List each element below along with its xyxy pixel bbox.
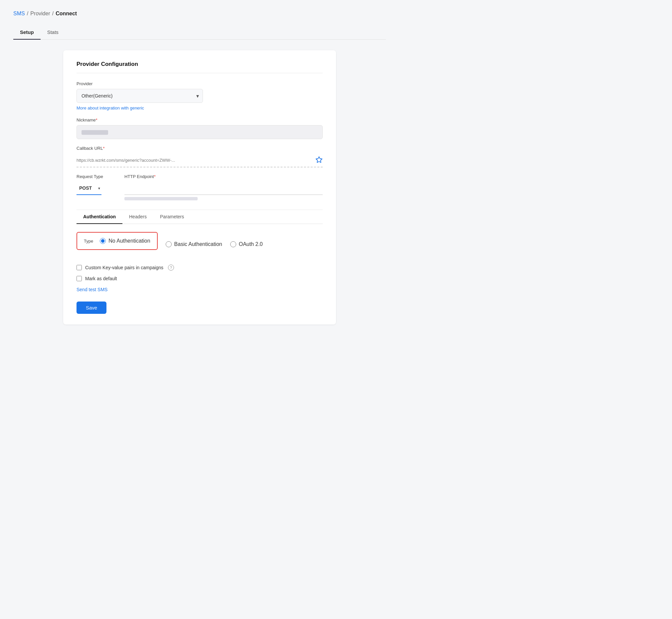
radio-oauth2-input[interactable] <box>230 241 236 247</box>
custom-kv-checkbox[interactable] <box>77 265 82 270</box>
callback-url-group: Callback URL* <box>77 146 323 167</box>
callback-url-input[interactable] <box>77 153 323 167</box>
provider-label: Provider <box>77 81 323 86</box>
breadcrumb-sep1: / <box>27 11 28 17</box>
copy-icon[interactable] <box>315 156 323 165</box>
tab-stats[interactable]: Stats <box>41 26 65 40</box>
provider-config-card: Provider Configuration Provider Other(Ge… <box>63 50 336 325</box>
save-button-wrapper: Save <box>77 301 323 314</box>
sub-tabs: Authentication Headers Parameters <box>77 210 323 224</box>
callback-required: * <box>103 146 104 151</box>
radio-basic-auth[interactable]: Basic Authentication <box>166 241 222 247</box>
breadcrumb-provider: Provider <box>30 11 50 17</box>
sub-tab-headers[interactable]: Headers <box>123 210 153 224</box>
svg-marker-0 <box>316 157 322 162</box>
radio-no-auth-label: No Authentication <box>108 238 150 244</box>
request-type-label: Request Type <box>77 174 117 179</box>
mark-default-label[interactable]: Mark as default <box>85 276 117 281</box>
custom-kv-row: Custom Key-value pairs in campaigns ? <box>77 265 323 271</box>
card-title: Provider Configuration <box>77 61 323 73</box>
breadcrumb: SMS / Provider / Connect <box>13 11 386 17</box>
http-required: * <box>154 174 156 179</box>
nickname-required: * <box>96 118 97 123</box>
callback-url-wrapper <box>77 153 323 167</box>
send-test-sms-link[interactable]: Send test SMS <box>77 287 107 292</box>
http-blurred-placeholder <box>125 197 198 200</box>
provider-select[interactable]: Other(Generic) <box>77 89 203 103</box>
row-fields: Request Type POST GET ▾ HTTP Endpoint* <box>77 174 323 200</box>
save-button[interactable]: Save <box>77 301 106 314</box>
request-select-wrapper: POST GET ▾ <box>77 182 101 195</box>
type-section: Type No Authentication <box>77 232 158 250</box>
integration-link[interactable]: More about integration with generic <box>77 106 144 111</box>
mark-default-row: Mark as default <box>77 276 323 281</box>
mark-default-checkbox[interactable] <box>77 276 82 281</box>
nickname-blurred-placeholder <box>81 130 108 135</box>
nickname-group: Nickname* <box>77 118 323 139</box>
type-label: Type <box>84 238 93 244</box>
tab-setup[interactable]: Setup <box>13 26 41 40</box>
radio-no-auth-input[interactable] <box>100 238 106 244</box>
page-tabs: Setup Stats <box>13 26 386 40</box>
radio-basic-auth-label: Basic Authentication <box>174 241 222 247</box>
request-type-wrapper: Request Type POST GET ▾ <box>77 174 117 195</box>
radio-oauth2-label: OAuth 2.0 <box>239 241 263 247</box>
http-endpoint-label: HTTP Endpoint* <box>125 174 323 179</box>
nickname-input-container[interactable] <box>77 125 323 139</box>
custom-kv-label[interactable]: Custom Key-value pairs in campaigns <box>85 265 163 270</box>
radio-basic-auth-input[interactable] <box>166 241 172 247</box>
request-type-select[interactable]: POST GET <box>77 182 101 195</box>
nickname-label: Nickname* <box>77 118 323 123</box>
help-icon[interactable]: ? <box>168 265 174 271</box>
provider-group: Provider Other(Generic) ▾ More about int… <box>77 81 323 111</box>
sub-tab-parameters[interactable]: Parameters <box>153 210 191 224</box>
sub-tab-authentication[interactable]: Authentication <box>77 210 123 224</box>
callback-url-label: Callback URL* <box>77 146 323 151</box>
breadcrumb-sms[interactable]: SMS <box>13 11 25 17</box>
auth-type-row: Type No Authentication Basic Authenticat… <box>77 232 323 257</box>
http-endpoint-wrapper: HTTP Endpoint* <box>125 174 323 200</box>
radio-no-auth[interactable]: No Authentication <box>100 238 150 244</box>
provider-select-wrapper: Other(Generic) ▾ <box>77 89 203 103</box>
breadcrumb-connect: Connect <box>56 11 77 17</box>
breadcrumb-sep2: / <box>52 11 54 17</box>
http-endpoint-input[interactable] <box>125 182 323 195</box>
radio-options: No Authentication <box>100 238 150 244</box>
request-http-group: Request Type POST GET ▾ HTTP Endpoint* <box>77 174 323 200</box>
radio-oauth2[interactable]: OAuth 2.0 <box>230 241 263 247</box>
